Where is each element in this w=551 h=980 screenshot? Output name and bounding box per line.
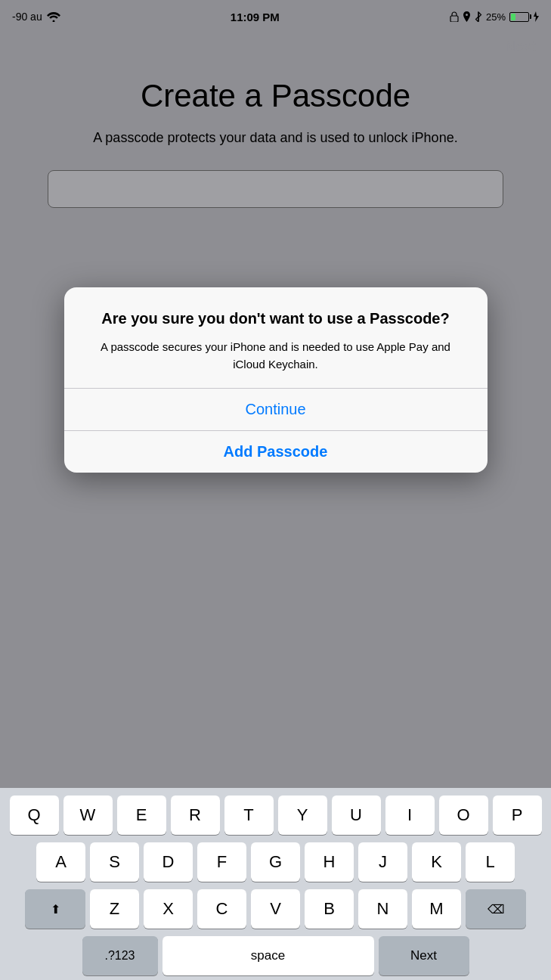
next-button-top[interactable]: Next <box>505 38 536 55</box>
status-signal: -90 au <box>12 11 60 23</box>
key-m[interactable]: M <box>412 889 461 929</box>
bluetooth-icon <box>475 11 482 22</box>
key-c[interactable]: C <box>197 889 246 929</box>
key-u[interactable]: U <box>332 795 381 835</box>
page-subtitle: A passcode protects your data and is use… <box>23 129 528 147</box>
keyboard-row-bottom: .?123 space Next <box>3 936 548 980</box>
passcode-input-area <box>48 170 503 208</box>
lock-icon <box>450 11 459 22</box>
key-i[interactable]: I <box>385 795 435 835</box>
alert-message: A passcode secures your iPhone and is ne… <box>85 339 466 373</box>
status-time: 11:09 PM <box>231 11 280 23</box>
alert-body: Are you sure you don't want to use a Pas… <box>64 287 488 388</box>
key-h[interactable]: H <box>305 842 354 882</box>
shift-key[interactable]: ⬆ <box>25 889 85 929</box>
numeric-key[interactable]: .?123 <box>82 936 158 975</box>
key-n[interactable]: N <box>358 889 407 929</box>
key-j[interactable]: J <box>358 842 407 882</box>
key-o[interactable]: O <box>439 795 488 835</box>
battery-percent: 25% <box>486 11 506 23</box>
keyboard: Q W E R T Y U I O P A S D F G H J K L ⬆ … <box>0 788 551 980</box>
key-z[interactable]: Z <box>90 889 139 929</box>
key-k[interactable]: K <box>412 842 461 882</box>
passcode-field[interactable] <box>48 170 503 208</box>
key-f[interactable]: F <box>197 842 246 882</box>
keyboard-row-3: ⬆ Z X C V B N M ⌫ <box>3 889 548 929</box>
key-v[interactable]: V <box>251 889 300 929</box>
key-e[interactable]: E <box>117 795 166 835</box>
delete-key[interactable]: ⌫ <box>466 889 526 929</box>
keyboard-next-key[interactable]: Next <box>379 936 469 975</box>
keyboard-row-1: Q W E R T Y U I O P <box>3 795 548 835</box>
delete-icon: ⌫ <box>488 902 505 916</box>
charging-icon <box>533 11 539 22</box>
key-s[interactable]: S <box>90 842 139 882</box>
key-g[interactable]: G <box>251 842 300 882</box>
key-q[interactable]: Q <box>10 795 59 835</box>
battery-icon <box>509 12 529 22</box>
key-y[interactable]: Y <box>278 795 327 835</box>
page-title: Create a Passcode <box>23 79 528 113</box>
battery-icon-container <box>509 12 529 22</box>
alert-continue-button[interactable]: Continue <box>64 389 488 430</box>
wifi-icon <box>47 12 60 22</box>
key-d[interactable]: D <box>144 842 193 882</box>
alert-title: Are you sure you don't want to use a Pas… <box>85 309 466 328</box>
shift-icon: ⬆ <box>51 902 60 916</box>
alert-add-passcode-button[interactable]: Add Passcode <box>64 431 488 473</box>
key-x[interactable]: X <box>144 889 193 929</box>
key-r[interactable]: R <box>171 795 220 835</box>
space-key[interactable]: space <box>163 936 374 975</box>
keyboard-row-2: A S D F G H J K L <box>3 842 548 882</box>
key-l[interactable]: L <box>466 842 515 882</box>
svg-rect-1 <box>450 16 458 22</box>
key-a[interactable]: A <box>36 842 85 882</box>
status-battery-area: 25% <box>450 11 539 23</box>
battery-fill <box>511 14 515 20</box>
key-w[interactable]: W <box>63 795 113 835</box>
signal-text: -90 au <box>12 11 42 23</box>
key-b[interactable]: B <box>305 889 354 929</box>
svg-point-0 <box>52 20 54 22</box>
status-bar: -90 au 11:09 PM 25% <box>0 0 551 33</box>
key-t[interactable]: T <box>224 795 274 835</box>
location-icon <box>463 11 471 22</box>
main-content: Create a Passcode A passcode protects yo… <box>0 33 551 238</box>
alert-dialog: Are you sure you don't want to use a Pas… <box>64 287 488 473</box>
key-p[interactable]: P <box>493 795 542 835</box>
